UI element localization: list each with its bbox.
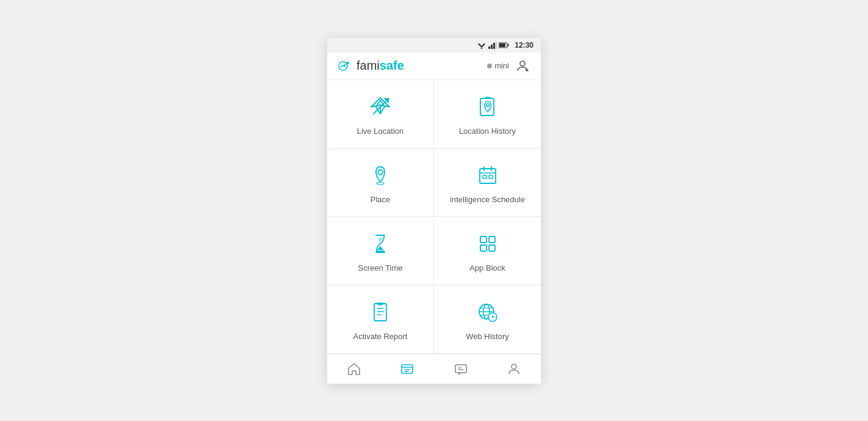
svg-point-19 (378, 170, 383, 175)
status-time: 12:30 (515, 41, 533, 49)
status-icons (477, 42, 510, 49)
web-history-label: Web History (466, 332, 509, 341)
app-block-icon (476, 232, 500, 256)
menu-item-place[interactable]: Place (327, 148, 434, 217)
status-bar: 12:30 (327, 38, 541, 53)
logo-text: famisafe (356, 59, 404, 73)
screen-time-label: Screen Time (358, 263, 403, 273)
svg-rect-21 (480, 169, 496, 183)
svg-rect-33 (374, 304, 386, 321)
header-right: mini (487, 57, 531, 75)
bottom-nav (327, 354, 541, 384)
logo-safe-text: safe (380, 59, 404, 72)
battery-icon (499, 42, 510, 48)
messages-icon (454, 362, 468, 376)
user-name-display: mini (487, 61, 509, 70)
activate-report-icon (368, 300, 392, 324)
intelligence-schedule-icon (476, 163, 500, 188)
menu-item-screen-time[interactable]: Screen Time (327, 217, 434, 285)
user-name-text: mini (494, 61, 509, 70)
live-location-label: Live Location (357, 126, 404, 136)
location-history-icon (476, 95, 500, 119)
svg-rect-5 (496, 42, 497, 49)
phone-frame: 12:30 famisafe mini (327, 38, 541, 384)
profile-icon (507, 362, 521, 376)
svg-rect-32 (489, 245, 495, 251)
svg-rect-30 (489, 236, 495, 243)
svg-point-1 (481, 47, 482, 48)
nav-item-home[interactable] (327, 354, 381, 384)
svg-rect-45 (402, 365, 413, 373)
menu-item-live-location[interactable]: Live Location (327, 80, 434, 148)
menu-item-intelligence-schedule[interactable]: intelligence Schedule (434, 148, 541, 217)
svg-rect-8 (499, 43, 505, 47)
svg-rect-2 (488, 46, 490, 49)
svg-rect-31 (480, 245, 486, 251)
user-avatar-icon (515, 59, 530, 73)
svg-rect-49 (455, 365, 466, 373)
svg-rect-26 (489, 175, 493, 178)
menu-item-activate-report[interactable]: Activate Report (327, 285, 434, 354)
svg-point-52 (512, 364, 516, 369)
app-block-label: App Block (469, 263, 505, 273)
nav-item-messages[interactable] (434, 354, 488, 384)
location-history-label: Location History (459, 126, 516, 136)
user-status-dot (487, 64, 492, 68)
svg-point-11 (520, 61, 525, 66)
user-avatar-button[interactable] (514, 57, 531, 75)
signal-icon (488, 42, 497, 49)
place-label: Place (371, 195, 391, 204)
live-location-icon (368, 95, 392, 119)
svg-rect-29 (480, 236, 486, 243)
svg-point-10 (347, 62, 349, 64)
app-header: famisafe mini (327, 53, 541, 80)
nav-item-profile[interactable] (488, 354, 541, 384)
logo-icon (337, 60, 354, 72)
intelligence-schedule-label: intelligence Schedule (450, 195, 525, 204)
svg-marker-0 (478, 43, 485, 48)
svg-point-18 (486, 103, 489, 106)
menu-grid: Live Location Location History (327, 80, 541, 354)
web-history-icon (476, 300, 500, 324)
svg-rect-3 (491, 45, 493, 49)
home-icon (347, 362, 361, 376)
menu-item-web-history[interactable]: Web History (434, 285, 541, 354)
wifi-icon (477, 42, 486, 49)
menu-item-location-history[interactable]: Location History (434, 80, 541, 148)
dashboard-icon (400, 362, 414, 376)
screen-time-icon (368, 232, 392, 256)
svg-rect-25 (483, 175, 486, 178)
logo: famisafe (337, 59, 404, 73)
place-icon (368, 163, 392, 188)
activate-report-label: Activate Report (353, 332, 408, 341)
svg-rect-7 (508, 44, 509, 46)
nav-item-dashboard[interactable] (381, 354, 435, 384)
menu-item-app-block[interactable]: App Block (434, 217, 541, 285)
svg-rect-4 (493, 43, 495, 49)
